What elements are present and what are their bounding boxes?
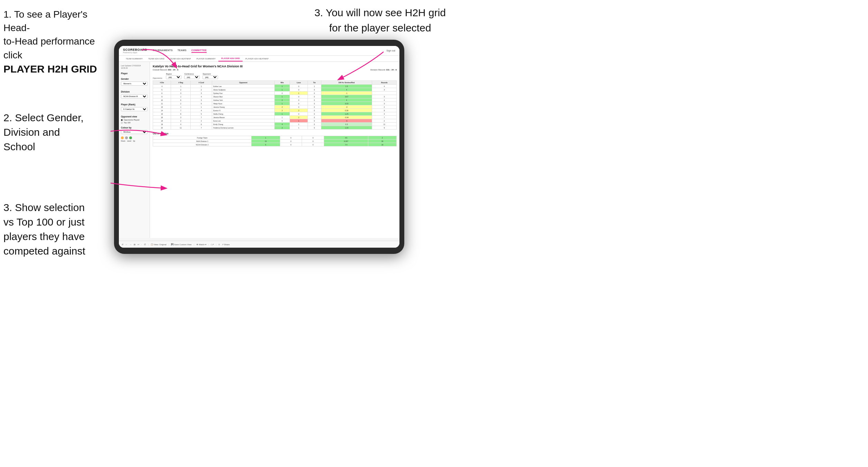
- col-opponent: Opponent: [212, 81, 275, 85]
- opponent-view-label: Opponent view: [121, 115, 148, 118]
- nav-teams[interactable]: TEAMS: [178, 48, 187, 53]
- opponent-view: Opponent view Opponents Played Top 100: [121, 115, 148, 124]
- toolbar-back[interactable]: ←: [125, 244, 128, 246]
- table-row: 411Esther Lee1011.54: [153, 85, 397, 88]
- toolbar-save-custom[interactable]: 💾 Save Custom View: [171, 243, 191, 246]
- colour-by-select[interactable]: Win/loss: [121, 130, 148, 134]
- table-row: 633Sydney Kuo010-1: [153, 92, 397, 95]
- legend-down: Down: [121, 140, 125, 142]
- conference-filter-label: Conference: [184, 73, 200, 75]
- toolbar-undo[interactable]: ↺: [122, 243, 123, 246]
- toolbar-sep5: |: [216, 244, 216, 246]
- table-row: 1946Emily Chang4100.311: [153, 123, 397, 126]
- region-filter-group: Region (All): [166, 73, 181, 79]
- out-of-division: Out of division Foreign Team1004.52NAIA …: [153, 132, 397, 146]
- h2h-table: # Div # Reg # Conf Opponent Win Loss Tie…: [153, 80, 397, 130]
- tablet-frame: SCOREBOARD Powered by clippd TOURNAMENTS…: [114, 40, 404, 254]
- subnav-team-heatmap[interactable]: TEAM H2H HEATMAP: [167, 56, 194, 61]
- subnav-player-h2h[interactable]: PLAYER H2H GRID: [218, 56, 243, 61]
- nav-items: TOURNAMENTS TEAMS COMMITTEE: [153, 48, 386, 53]
- opponent-filter-group: Opponent (All): [202, 73, 218, 79]
- toolbar-menu[interactable]: ≡: [218, 244, 220, 246]
- table-row: NCAA Division 25007.410: [153, 143, 397, 146]
- table-row: 1585Stella Cheng1001.254: [153, 112, 397, 116]
- toolbar-dot[interactable]: ·: [141, 244, 142, 246]
- subnav-player-summary[interactable]: PLAYER SUMMARY: [194, 56, 218, 61]
- annotation-1-bold: PLAYER H2H GRID: [3, 63, 97, 75]
- radio-opponents-played[interactable]: Opponents Played: [121, 119, 148, 121]
- col-tie: Tie: [308, 81, 321, 85]
- last-updated: Last Updated: 27/03/2024 16:55:30: [121, 65, 148, 69]
- out-of-division-label: Out of division: [153, 132, 397, 135]
- toolbar-sep1: |: [148, 244, 149, 246]
- right-panel: Katelyn Vo Head-to-Head Grid for Women's…: [150, 62, 399, 238]
- col-rounds: Rounds: [372, 81, 397, 85]
- dot-up: [129, 136, 132, 139]
- toolbar-sep4: |: [208, 244, 209, 246]
- col-reg: # Reg: [171, 81, 191, 85]
- region-filter-label: Region: [166, 73, 181, 75]
- annotation-2: 2. Select Gender,Division andSchool: [3, 111, 111, 154]
- radio-top100[interactable]: Top 100: [121, 122, 148, 124]
- table-row: 1125Heejo Hyun1003.333: [153, 102, 397, 105]
- toolbar-forward[interactable]: →: [130, 244, 132, 246]
- table-row: 914Sharon Mun1003.673: [153, 95, 397, 98]
- col-win: Win: [274, 81, 290, 85]
- nav-tournaments[interactable]: TOURNAMENTS: [153, 48, 173, 53]
- subnav-team-summary[interactable]: TEAM SUMMARY: [123, 56, 145, 61]
- table-row: 1822Euna Lee010-52: [153, 119, 397, 123]
- opponent-filter-label: Opponent: [202, 73, 218, 75]
- col-diff: Diff Av Strokes/Rnd: [321, 81, 372, 85]
- out-of-division-table: Foreign Team1004.52NAIA Division 115009.…: [153, 136, 397, 146]
- toolbar-replay[interactable]: ↩: [138, 243, 139, 246]
- opponents-label: Opponents:: [153, 77, 162, 79]
- gender-select[interactable]: Women's: [121, 82, 148, 86]
- region-filter[interactable]: (All): [166, 75, 181, 79]
- grid-title: Katelyn Vo Head-to-Head Grid for Women's…: [153, 65, 397, 68]
- toolbar-grid[interactable]: ⊞: [134, 243, 135, 246]
- colour-by-label: Colour by: [121, 126, 148, 129]
- conference-filter-group: Conference (All): [184, 73, 200, 79]
- annotation-3-top: 3. You will now see H2H gridfor the play…: [294, 5, 466, 35]
- table-row: 20117Federica Domecq Lacroze2101.336: [153, 126, 397, 130]
- sub-nav: TEAM SUMMARY TEAM H2H GRID TEAM H2H HEAT…: [119, 56, 399, 62]
- left-panel: Last Updated: 27/03/2024 16:55:30 Player…: [119, 62, 150, 238]
- colour-legend: [121, 136, 148, 139]
- division-select[interactable]: NCAA Division III: [121, 94, 148, 98]
- radio-dot-2: [121, 122, 123, 124]
- col-div: # Div: [153, 81, 171, 85]
- annotation-1: 1. To see a Player's Head-to-Head perfor…: [3, 8, 111, 76]
- table-row: 1637Jessica Mason120-0.947: [153, 116, 397, 119]
- table-row: NAIA Division 115009.26730: [153, 140, 397, 143]
- conference-filter[interactable]: (All): [184, 75, 200, 79]
- filters-row: Opponents: Region (All) Conference (All): [153, 73, 397, 79]
- logo: SCOREBOARD: [123, 48, 147, 51]
- toolbar-sep2: |: [169, 244, 169, 246]
- player-section-label: Player: [121, 72, 148, 75]
- subnav-player-heatmap[interactable]: PLAYER H2H HEATMAP: [243, 56, 271, 61]
- legend-up: Up: [133, 140, 135, 142]
- toolbar-view-original[interactable]: 📋 View: Original: [151, 243, 167, 246]
- subnav-team-h2h[interactable]: TEAM H2H GRID: [145, 56, 167, 61]
- opponent-filter[interactable]: (All): [202, 75, 218, 79]
- col-loss: Loss: [290, 81, 308, 85]
- nav-committee[interactable]: COMMITTEE: [191, 48, 207, 53]
- toolbar-sep3: |: [194, 244, 194, 246]
- table-row: 1063Andrea York20044: [153, 98, 397, 102]
- logo-powered: Powered by clippd: [123, 51, 144, 54]
- bottom-toolbar: ↺ ← → ⊞ ↩ · ⏱ | 📋 View: Original | 💾 Sav…: [119, 241, 399, 248]
- sign-out-button[interactable]: Sign out: [386, 49, 395, 52]
- tablet-screen: SCOREBOARD Powered by clippd TOURNAMENTS…: [119, 46, 399, 248]
- dot-down: [121, 136, 124, 139]
- app-header: SCOREBOARD Powered by clippd TOURNAMENTS…: [119, 46, 399, 56]
- table-header-row: # Div # Reg # Conf Opponent Win Loss Tie…: [153, 81, 397, 85]
- annotation-3-left: 3. Show selectionvs Top 100 or justplaye…: [3, 200, 111, 258]
- radio-dot-1: [121, 119, 123, 121]
- player-rank-select[interactable]: 8. Katelyn Vo: [121, 107, 148, 111]
- toolbar-expand[interactable]: □↗: [211, 243, 214, 246]
- gender-label: Gender: [121, 78, 148, 80]
- col-conf: # Conf: [191, 81, 212, 85]
- toolbar-timer[interactable]: ⏱: [144, 244, 146, 246]
- toolbar-watch[interactable]: 👁 Watch ▾: [196, 243, 206, 246]
- toolbar-share[interactable]: ↗ Share: [222, 243, 230, 246]
